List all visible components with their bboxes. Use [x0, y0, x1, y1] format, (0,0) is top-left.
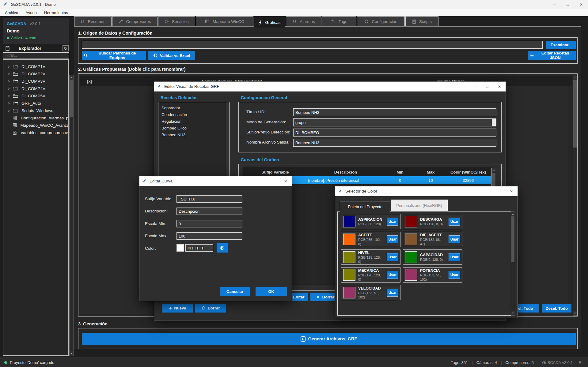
play-icon: ▶	[301, 336, 306, 342]
chevron-right-icon[interactable]: ▷	[7, 65, 11, 68]
tree-item[interactable]: ▷DI_COMP2V	[3, 70, 68, 77]
explorer-tree: ▷DI_COMP1V ▷DI_COMP2V ▷DI_COMP3V ▷DI_COM…	[3, 59, 69, 356]
chevron-right-icon[interactable]: ▷	[7, 102, 11, 105]
list-item[interactable]: Bombeo NH3	[161, 132, 226, 138]
tree-item[interactable]: ▷DI_COMP4V	[3, 85, 68, 92]
editar-recetas-json-button[interactable]: Editar Recetas JSON	[528, 51, 576, 60]
column-checkbox: [x]	[80, 79, 99, 84]
window-titlebar: GeSCADA v2.0.1 - Demo ─ □ ✕	[0, 0, 588, 9]
scroll-up-icon[interactable]: ▲	[70, 75, 73, 80]
usar-button[interactable]: Usar	[449, 271, 460, 279]
menu-ayuda[interactable]: Ayuda	[22, 10, 40, 16]
color-picker-button[interactable]	[217, 243, 228, 253]
tab-scripts[interactable]: Scripts	[405, 16, 438, 26]
usar-button[interactable]: Usar	[449, 235, 460, 243]
tab-configuracion[interactable]: Configuración	[357, 16, 405, 26]
tab-graficas[interactable]: Gráficas	[254, 17, 285, 28]
tab-alarmas[interactable]: Alarmas	[286, 16, 321, 26]
tree-item[interactable]: ▷Scripts_Windows	[3, 107, 68, 114]
combobox-arrow-icon[interactable]	[492, 119, 496, 126]
close-icon[interactable]: ✕	[505, 186, 518, 196]
tab-servicios[interactable]: Servicios	[158, 16, 195, 26]
usar-button[interactable]: Usar	[387, 235, 398, 243]
scroll-up-icon[interactable]: ▲	[492, 168, 496, 172]
gear-icon	[364, 19, 369, 24]
usar-button[interactable]: Usar	[387, 218, 398, 226]
curva-dialog-titlebar: Editar Curva ✕	[139, 176, 292, 186]
maximize-icon[interactable]: □	[561, 0, 575, 9]
tag-icon	[331, 19, 336, 24]
escala-max-input[interactable]	[176, 232, 242, 240]
cancelar-button[interactable]: Cancelar	[220, 287, 250, 296]
modo-generacion-combobox[interactable]	[293, 118, 496, 126]
tab-personalizado[interactable]: Personalizado (Hex/RGB)	[391, 200, 448, 211]
nombre-archivo-salida-input[interactable]	[293, 139, 496, 147]
minimize-icon[interactable]: ─	[548, 0, 561, 9]
usar-button[interactable]: Usar	[387, 271, 398, 279]
list-item[interactable]: Bombeo Glicol	[161, 125, 226, 132]
tree-item[interactable]: variables_compresores.csv	[3, 129, 68, 136]
color-card: MECANICARGB(128, 128, 0)Usar	[341, 267, 400, 283]
tree-item[interactable]: ▷DI_COMP1V	[3, 63, 68, 70]
color-hex-input[interactable]	[185, 244, 213, 252]
gear-icon	[530, 53, 534, 58]
titulo-id-input[interactable]	[293, 108, 496, 116]
examinar-button[interactable]: Examinar...	[546, 41, 576, 49]
close-icon[interactable]: ✕	[279, 176, 292, 186]
scroll-down-icon[interactable]: ▼	[70, 351, 73, 356]
color-preview-swatch	[176, 244, 184, 252]
usar-button[interactable]: Usar	[449, 218, 460, 226]
table-scrollbar[interactable]: ▲ ▼	[573, 75, 577, 316]
generar-grf-button[interactable]: ▶ Generar Archivos .GRF	[82, 333, 576, 345]
scroll-up-icon[interactable]: ▲	[573, 75, 577, 80]
tree-item[interactable]: Mapeado_WinCC_Avanzado	[3, 122, 68, 129]
list-item[interactable]: Regulación	[161, 118, 226, 125]
scroll-down-icon[interactable]: ▼	[511, 311, 515, 315]
tab-mapeado-wincc[interactable]: Mapeado WinCC	[196, 16, 253, 26]
ok-button[interactable]: OK	[256, 287, 287, 296]
desel-todo-button[interactable]: Desel. Todo	[542, 304, 571, 313]
tab-tags[interactable]: Tags	[322, 16, 356, 26]
scroll-down-icon[interactable]: ▼	[573, 311, 577, 315]
descripcion-input[interactable]	[176, 208, 242, 215]
list-item[interactable]: Separador	[161, 105, 226, 111]
excel-path-input[interactable]	[82, 41, 543, 49]
palette-scrollbar[interactable]: ▲ ▼	[511, 212, 515, 316]
active-dot	[7, 37, 9, 39]
buscar-patrones-button[interactable]: Buscar Patrones de Equipos	[82, 51, 146, 60]
tree-item[interactable]: ▷DI_COMP5V	[3, 92, 68, 99]
tree-item[interactable]: ▷DI_COMP3V	[3, 77, 68, 85]
nueva-receta-button[interactable]: + Nueva	[162, 304, 193, 313]
color-swatch	[405, 234, 417, 245]
menu-archivo[interactable]: Archivo	[2, 10, 21, 16]
list-item[interactable]: Condensación	[161, 111, 226, 118]
tab-compresores[interactable]: Compresores	[112, 16, 157, 26]
maximize-icon[interactable]: □	[481, 82, 493, 92]
usar-button[interactable]: Usar	[387, 289, 398, 297]
usar-button[interactable]: Usar	[387, 253, 398, 261]
refresh-icon[interactable]: ↻	[63, 45, 69, 51]
chevron-right-icon[interactable]: ▷	[7, 87, 11, 90]
borrar-receta-button[interactable]: Borrar	[195, 304, 226, 313]
chevron-right-icon[interactable]: ▷	[7, 109, 11, 112]
left-scrollbar[interactable]: ▲ ▼	[69, 75, 74, 356]
chevron-right-icon[interactable]: ▷	[7, 94, 11, 97]
editor-dialog-titlebar: Editor Visual de Recetas GRF ─ □ ✕	[154, 82, 506, 92]
chevron-right-icon[interactable]: ▷	[7, 80, 11, 83]
escala-min-input[interactable]	[176, 220, 242, 227]
validar-excel-button[interactable]: Validar vs Excel	[148, 51, 195, 60]
tree-item[interactable]: Configuracion_Alarmas_pt_	[3, 114, 68, 122]
menu-herramientas[interactable]: Herramientas	[41, 10, 71, 16]
tab-resumen[interactable]: Resumen	[74, 16, 112, 26]
sufijo-prefijo-input[interactable]	[293, 129, 496, 137]
close-icon[interactable]: ✕	[493, 82, 506, 92]
tab-paleta-proyecto[interactable]: Paleta del Proyecto	[340, 201, 390, 212]
sufijo-variable-input[interactable]	[176, 195, 242, 203]
filter-input[interactable]	[3, 52, 69, 58]
scroll-up-icon[interactable]: ▲	[511, 212, 515, 216]
tree-item[interactable]: ▷GRF_Auto	[3, 99, 68, 107]
usar-button[interactable]: Usar	[449, 253, 460, 261]
chevron-right-icon[interactable]: ▷	[7, 72, 11, 75]
minimize-icon[interactable]: ─	[469, 82, 481, 92]
close-icon[interactable]: ✕	[575, 0, 588, 9]
